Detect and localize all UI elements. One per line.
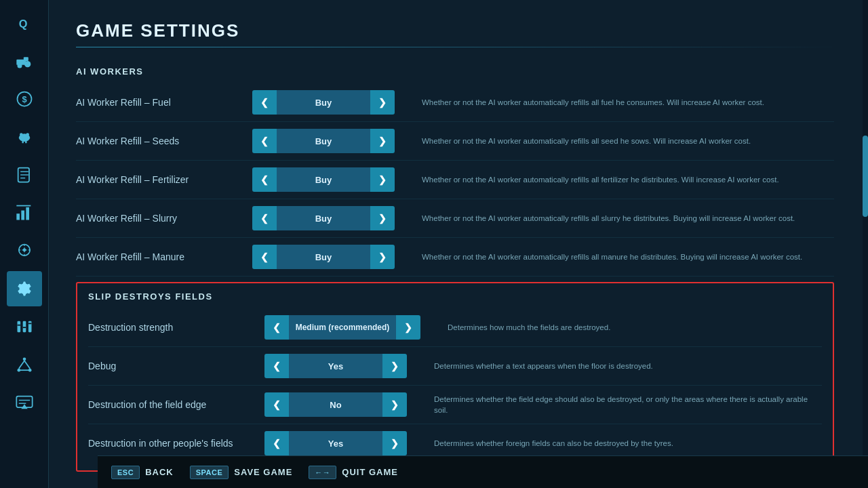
key-arrows: ←→: [309, 466, 336, 479]
sidebar-item-animals[interactable]: [7, 119, 42, 155]
svg-rect-26: [28, 321, 31, 332]
sidebar-item-q[interactable]: Q: [7, 5, 42, 41]
ctrl-value-ai-worker-slurry: Buy: [277, 206, 370, 230]
svg-rect-16: [16, 214, 20, 220]
setting-desc-ai-worker-manure: Whether or not the AI worker automatical…: [395, 251, 834, 262]
btn-left-ai-worker-manure[interactable]: ❮: [252, 245, 277, 269]
btn-left-ai-worker-fuel[interactable]: ❮: [252, 90, 277, 115]
setting-control-ai-worker-fertilizer: ❮ Buy ❯: [252, 167, 395, 192]
section-header-ai-workers: AI WORKERS: [76, 66, 834, 77]
svg-rect-25: [22, 321, 26, 332]
setting-control-ai-worker-fuel: ❮ Buy ❯: [252, 90, 395, 115]
settings-scroll[interactable]: AI WORKERS AI Worker Refill – Fuel ❮ Buy…: [76, 61, 841, 474]
sidebar: Q $: [0, 0, 49, 488]
bottom-bar: ESC BACK SPACE SAVE GAME ←→ QUIT GAME: [98, 455, 868, 488]
setting-row-destruction-strength: Destruction strength ❮ Medium (recommend…: [88, 308, 822, 347]
ctrl-value-ai-worker-fertilizer: Buy: [277, 167, 370, 192]
setting-control-ai-worker-manure: ❮ Buy ❯: [252, 245, 395, 269]
setting-desc-field-edge: Determines whether the field edge should…: [407, 394, 822, 415]
setting-row-debug: Debug ❮ Yes ❯ Determines whether a text …: [88, 347, 822, 386]
setting-control-debug: ❮ Yes ❯: [264, 354, 407, 378]
btn-left-ai-worker-seeds[interactable]: ❮: [252, 129, 277, 153]
svg-rect-10: [22, 141, 23, 144]
setting-control-destruction-strength: ❮ Medium (recommended) ❯: [264, 315, 420, 340]
svg-point-8: [20, 133, 23, 136]
svg-text:Q: Q: [18, 18, 27, 30]
svg-point-30: [22, 358, 26, 361]
slip-destroys-fields-section: SLIP DESTROYS FIELDS Destruction strengt…: [76, 282, 834, 472]
setting-desc-ai-worker-seeds: Whether or not the AI worker automatical…: [395, 136, 834, 146]
sidebar-item-contracts[interactable]: [7, 157, 42, 192]
ctrl-value-other-fields: Yes: [289, 431, 382, 455]
setting-label-ai-worker-seeds: AI Worker Refill – Seeds: [76, 136, 252, 146]
setting-row-ai-worker-fuel: AI Worker Refill – Fuel ❮ Buy ❯ Whether …: [76, 83, 834, 122]
bottom-btn-quit[interactable]: ←→ QUIT GAME: [309, 466, 398, 479]
btn-right-ai-worker-fuel[interactable]: ❯: [370, 90, 395, 115]
setting-row-ai-worker-fertilizer: AI Worker Refill – Fertilizer ❮ Buy ❯ Wh…: [76, 161, 834, 199]
page-title: GAME SETTINGS: [76, 20, 841, 41]
btn-right-other-fields[interactable]: ❯: [382, 431, 407, 455]
ctrl-value-ai-worker-manure: Buy: [277, 245, 370, 269]
setting-label-ai-worker-fertilizer: AI Worker Refill – Fertilizer: [76, 174, 252, 185]
btn-right-ai-worker-seeds[interactable]: ❯: [370, 129, 395, 153]
setting-label-debug: Debug: [88, 361, 264, 371]
sidebar-item-map[interactable]: [7, 233, 42, 268]
ctrl-value-destruction-strength: Medium (recommended): [289, 315, 396, 340]
sidebar-item-settings[interactable]: [7, 309, 42, 344]
btn-left-destruction-strength[interactable]: ❮: [264, 315, 289, 340]
key-space: SPACE: [190, 466, 229, 479]
setting-label-destruction-strength: Destruction strength: [88, 322, 264, 333]
bottom-btn-back[interactable]: ESC BACK: [111, 466, 174, 479]
setting-desc-debug: Determines whether a text appears when t…: [407, 361, 822, 371]
setting-desc-ai-worker-slurry: Whether or not the AI worker automatical…: [395, 213, 834, 224]
setting-row-field-edge: Destruction of the field edge ❮ No ❯ Det…: [88, 386, 822, 424]
btn-left-debug[interactable]: ❮: [264, 354, 289, 378]
setting-control-field-edge: ❮ No ❯: [264, 392, 407, 417]
sidebar-item-tractor[interactable]: [7, 43, 42, 79]
svg-rect-17: [21, 211, 24, 220]
btn-left-ai-worker-fertilizer[interactable]: ❮: [252, 167, 277, 192]
ctrl-value-field-edge: No: [289, 392, 382, 417]
setting-label-ai-worker-slurry: AI Worker Refill – Slurry: [76, 213, 252, 224]
btn-right-ai-worker-slurry[interactable]: ❯: [370, 206, 395, 230]
sidebar-item-production[interactable]: [7, 195, 42, 230]
svg-text:$: $: [22, 94, 26, 104]
btn-left-field-edge[interactable]: ❮: [264, 392, 289, 417]
label-quit-game: QUIT GAME: [342, 467, 398, 477]
title-underline: [76, 47, 841, 47]
section-header-slip-destroys-fields: SLIP DESTROYS FIELDS: [88, 291, 822, 302]
setting-control-other-fields: ❮ Yes ❯: [264, 431, 407, 455]
label-back: BACK: [145, 467, 174, 477]
setting-control-ai-worker-slurry: ❮ Buy ❯: [252, 206, 395, 230]
svg-line-33: [18, 361, 24, 369]
svg-rect-11: [25, 141, 26, 144]
sidebar-item-network[interactable]: [7, 347, 42, 382]
svg-rect-4: [23, 57, 28, 61]
bottom-btn-save[interactable]: SPACE SAVE GAME: [190, 466, 293, 479]
setting-row-ai-worker-manure: AI Worker Refill – Manure ❮ Buy ❯ Whethe…: [76, 238, 834, 277]
sidebar-item-money[interactable]: $: [7, 81, 42, 117]
setting-desc-ai-worker-fertilizer: Whether or not the AI worker automatical…: [395, 174, 834, 185]
btn-right-debug[interactable]: ❯: [382, 354, 407, 378]
btn-left-other-fields[interactable]: ❮: [264, 431, 289, 455]
svg-point-2: [17, 64, 22, 68]
sidebar-item-help[interactable]: [7, 385, 42, 420]
setting-desc-destruction-strength: Determines how much the fields are destr…: [420, 322, 822, 333]
btn-right-field-edge[interactable]: ❯: [382, 392, 407, 417]
setting-row-ai-worker-seeds: AI Worker Refill – Seeds ❮ Buy ❯ Whether…: [76, 122, 834, 161]
btn-right-ai-worker-fertilizer[interactable]: ❯: [370, 167, 395, 192]
ctrl-value-ai-worker-seeds: Buy: [277, 129, 370, 153]
setting-label-field-edge: Destruction of the field edge: [88, 399, 264, 410]
svg-line-34: [24, 361, 30, 369]
scroll-thumb[interactable]: [863, 136, 868, 217]
btn-right-ai-worker-manure[interactable]: ❯: [370, 245, 395, 269]
svg-rect-24: [17, 321, 20, 332]
svg-point-9: [26, 133, 29, 136]
setting-desc-other-fields: Determines whether foreign fields can al…: [407, 438, 822, 449]
main-content: GAME SETTINGS AI WORKERS AI Worker Refil…: [49, 0, 868, 488]
setting-desc-ai-worker-fuel: Whether or not the AI worker automatical…: [395, 97, 834, 108]
sidebar-item-settings-active[interactable]: [7, 271, 42, 306]
btn-right-destruction-strength[interactable]: ❯: [396, 315, 420, 340]
setting-label-ai-worker-fuel: AI Worker Refill – Fuel: [76, 97, 252, 108]
btn-left-ai-worker-slurry[interactable]: ❮: [252, 206, 277, 230]
